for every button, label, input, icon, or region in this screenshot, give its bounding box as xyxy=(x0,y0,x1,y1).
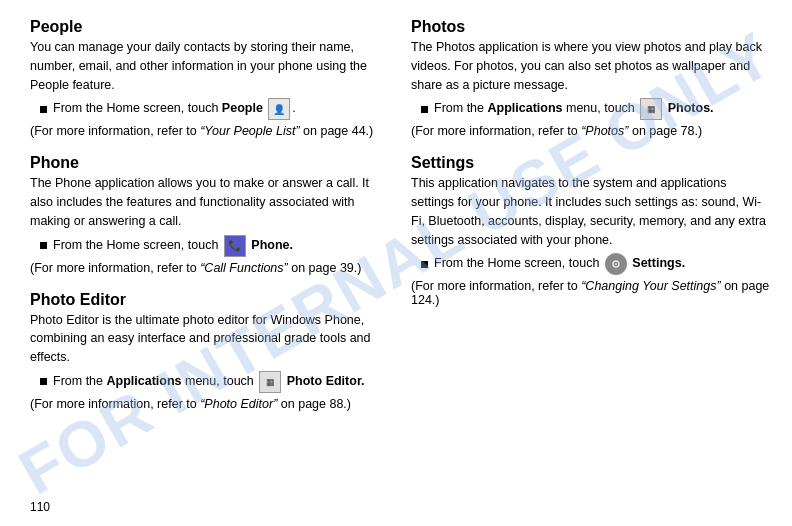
photo-editor-bullet: From the Applications menu, touch ▦ Phot… xyxy=(40,371,391,393)
people-icon: 👤 xyxy=(268,98,290,120)
settings-icon: ⚙ xyxy=(605,253,627,275)
bullet-icon xyxy=(421,261,428,268)
phone-bullet-text: From the Home screen, touch 📞 Phone. xyxy=(53,235,293,257)
left-column: People You can manage your daily contact… xyxy=(30,18,391,508)
settings-body: This application navigates to the system… xyxy=(411,174,772,249)
phone-bullet: From the Home screen, touch 📞 Phone. xyxy=(40,235,391,257)
bullet-icon xyxy=(40,378,47,385)
people-bullet: From the Home screen, touch People 👤. xyxy=(40,98,391,120)
phone-ref: (For more information, refer to “Call Fu… xyxy=(30,261,391,275)
section-people: People You can manage your daily contact… xyxy=(30,18,391,138)
photo-editor-bullet-text: From the Applications menu, touch ▦ Phot… xyxy=(53,371,365,393)
app-icon-photos: ▦ xyxy=(640,98,662,120)
section-photos: Photos The Photos application is where y… xyxy=(411,18,772,138)
photos-bullet-text: From the Applications menu, touch ▦ Phot… xyxy=(434,98,714,120)
page-number: 110 xyxy=(30,500,50,514)
right-column: Photos The Photos application is where y… xyxy=(411,18,772,508)
photo-editor-body: Photo Editor is the ultimate photo edito… xyxy=(30,311,391,367)
phone-icon: 📞 xyxy=(224,235,246,257)
photos-ref: (For more information, refer to “Photos”… xyxy=(411,124,772,138)
bullet-icon xyxy=(40,106,47,113)
settings-title: Settings xyxy=(411,154,772,172)
section-phone: Phone The Phone application allows you t… xyxy=(30,154,391,274)
settings-bullet: From the Home screen, touch ⚙ Settings. xyxy=(421,253,772,275)
phone-title: Phone xyxy=(30,154,391,172)
settings-bullet-text: From the Home screen, touch ⚙ Settings. xyxy=(434,253,685,275)
section-settings: Settings This application navigates to t… xyxy=(411,154,772,307)
photo-editor-ref: (For more information, refer to “Photo E… xyxy=(30,397,391,411)
people-ref: (For more information, refer to “Your Pe… xyxy=(30,124,391,138)
photo-editor-title: Photo Editor xyxy=(30,291,391,309)
people-title: People xyxy=(30,18,391,36)
photos-bullet: From the Applications menu, touch ▦ Phot… xyxy=(421,98,772,120)
app-icon: ▦ xyxy=(259,371,281,393)
section-photo-editor: Photo Editor Photo Editor is the ultimat… xyxy=(30,291,391,411)
people-bullet-text: From the Home screen, touch People 👤. xyxy=(53,98,296,120)
bullet-icon xyxy=(421,106,428,113)
photos-body: The Photos application is where you view… xyxy=(411,38,772,94)
settings-ref: (For more information, refer to “Changin… xyxy=(411,279,772,307)
page-content: People You can manage your daily contact… xyxy=(0,0,792,526)
photos-title: Photos xyxy=(411,18,772,36)
phone-body: The Phone application allows you to make… xyxy=(30,174,391,230)
people-body: You can manage your daily contacts by st… xyxy=(30,38,391,94)
bullet-icon xyxy=(40,242,47,249)
